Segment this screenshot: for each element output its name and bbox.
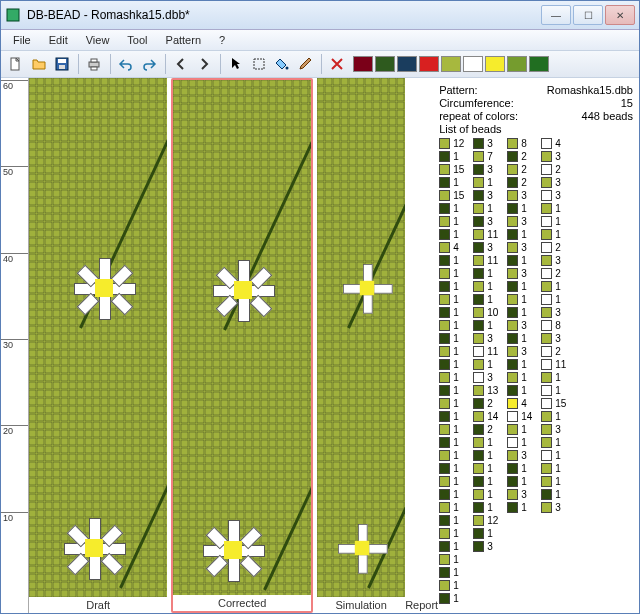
undo-button[interactable] (115, 53, 137, 75)
bead-item: 1 (473, 358, 501, 370)
bead-swatch (541, 320, 552, 331)
eyedropper-tool[interactable] (294, 53, 316, 75)
bead-swatch (473, 346, 484, 357)
bead-swatch (473, 138, 484, 149)
bead-count: 1 (521, 502, 535, 513)
corrected-canvas (173, 80, 311, 595)
bead-count: 1 (555, 437, 569, 448)
bead-swatch (507, 190, 518, 201)
bead-swatch (439, 359, 450, 370)
fill-tool[interactable] (271, 53, 293, 75)
bead-item: 1 (541, 462, 569, 474)
ruler-tick-40: 40 (1, 253, 28, 264)
bead-swatch (439, 229, 450, 240)
bead-item: 12 (473, 514, 501, 526)
menu-view[interactable]: View (78, 32, 118, 48)
menu-tool[interactable]: Tool (119, 32, 155, 48)
bead-count: 3 (521, 320, 535, 331)
bead-item: 3 (541, 501, 569, 513)
ruler-tick-20: 20 (1, 425, 28, 436)
bead-item: 3 (541, 254, 569, 266)
menu-pattern[interactable]: Pattern (158, 32, 209, 48)
bead-count: 1 (487, 203, 501, 214)
bead-count: 3 (487, 138, 501, 149)
delete-button[interactable] (326, 53, 348, 75)
bead-swatch (541, 294, 552, 305)
menu-edit[interactable]: Edit (41, 32, 76, 48)
bead-item: 2 (541, 163, 569, 175)
close-button[interactable]: ✕ (605, 5, 635, 25)
maximize-button[interactable]: ☐ (573, 5, 603, 25)
bead-swatch (439, 294, 450, 305)
color-swatch-5[interactable] (463, 56, 483, 72)
minimize-button[interactable]: — (541, 5, 571, 25)
bead-swatch (473, 333, 484, 344)
pointer-tool[interactable] (225, 53, 247, 75)
arrow-right-button[interactable] (193, 53, 215, 75)
bead-count: 1 (487, 281, 501, 292)
simulation-body[interactable] (317, 78, 405, 597)
arrow-left-button[interactable] (170, 53, 192, 75)
print-button[interactable] (83, 53, 105, 75)
bead-count: 15 (453, 190, 467, 201)
bead-swatch (541, 216, 552, 227)
open-button[interactable] (28, 53, 50, 75)
color-swatch-0[interactable] (353, 56, 373, 72)
bead-swatch (541, 242, 552, 253)
corrected-body[interactable] (173, 80, 311, 595)
bead-item: 1 (439, 397, 467, 409)
bead-count: 11 (487, 255, 501, 266)
color-swatch-2[interactable] (397, 56, 417, 72)
bead-swatch (541, 177, 552, 188)
bead-swatch (473, 229, 484, 240)
bead-swatch (507, 216, 518, 227)
color-swatch-8[interactable] (529, 56, 549, 72)
color-swatch-6[interactable] (485, 56, 505, 72)
bead-swatch (507, 164, 518, 175)
select-tool[interactable] (248, 53, 270, 75)
bead-item: 1 (507, 423, 535, 435)
redo-button[interactable] (138, 53, 160, 75)
bead-swatch (541, 372, 552, 383)
color-swatch-4[interactable] (441, 56, 461, 72)
new-button[interactable] (5, 53, 27, 75)
bead-item: 3 (507, 267, 535, 279)
bead-swatch (541, 281, 552, 292)
bead-list: 1211511511141111111111111111111111111113… (439, 137, 633, 604)
bead-item: 3 (507, 488, 535, 500)
bead-item: 3 (507, 215, 535, 227)
bead-swatch (439, 307, 450, 318)
bead-swatch (541, 346, 552, 357)
ruler-tick-10: 10 (1, 512, 28, 523)
bead-count: 3 (521, 268, 535, 279)
info-panel: Pattern:Romashka15.dbb Circumference:15 … (433, 78, 639, 613)
titlebar: DB-BEAD - Romashka15.dbb* — ☐ ✕ (1, 1, 639, 30)
save-button[interactable] (51, 53, 73, 75)
color-swatch-3[interactable] (419, 56, 439, 72)
bead-count: 1 (555, 450, 569, 461)
bead-swatch (507, 502, 518, 513)
bead-item: 1 (439, 332, 467, 344)
bead-swatch (507, 203, 518, 214)
bead-item: 7 (473, 150, 501, 162)
bead-count: 2 (487, 424, 501, 435)
bead-item: 13 (473, 384, 501, 396)
bead-count: 3 (487, 242, 501, 253)
bead-item: 1 (541, 293, 569, 305)
bead-swatch (541, 203, 552, 214)
bead-swatch (439, 138, 450, 149)
bead-item: 1 (541, 371, 569, 383)
bead-swatch (473, 502, 484, 513)
draft-body[interactable] (29, 78, 167, 597)
bead-item: 1 (541, 410, 569, 422)
bead-swatch (439, 281, 450, 292)
svg-rect-0 (7, 9, 19, 21)
bead-swatch (473, 515, 484, 526)
color-swatch-7[interactable] (507, 56, 527, 72)
bead-item: 10 (473, 306, 501, 318)
menu-file[interactable]: File (5, 32, 39, 48)
bead-count: 1 (453, 372, 467, 383)
color-swatch-1[interactable] (375, 56, 395, 72)
menu-help[interactable]: ? (211, 32, 233, 48)
bead-swatch (541, 463, 552, 474)
